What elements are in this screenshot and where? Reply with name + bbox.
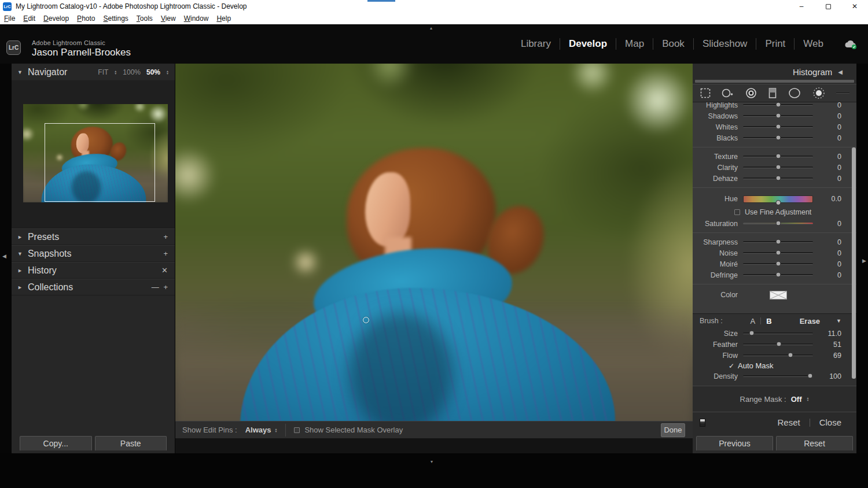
collections-section-header[interactable]: ► Collections — + bbox=[12, 279, 175, 295]
menu-tools[interactable]: Tools bbox=[133, 14, 157, 23]
presets-add-icon[interactable]: + bbox=[163, 232, 169, 241]
blacks-slider-row: Blacks 0 bbox=[693, 132, 856, 143]
density-slider[interactable] bbox=[743, 375, 813, 377]
brush-b-button[interactable]: B bbox=[766, 317, 771, 326]
graduated-filter-tool[interactable] bbox=[767, 87, 778, 99]
crop-overlay-tool[interactable] bbox=[700, 87, 711, 99]
top-panel-reveal-arrow[interactable]: ▴ bbox=[430, 25, 432, 31]
left-panel-reveal-arrow[interactable]: ◀ bbox=[2, 253, 6, 259]
module-book[interactable]: Book bbox=[653, 38, 693, 50]
zoom-fit-caret-icon[interactable]: ▲▼ bbox=[114, 70, 117, 75]
highlights-slider[interactable] bbox=[743, 104, 813, 106]
defringe-slider[interactable] bbox=[743, 274, 813, 276]
menu-settings[interactable]: Settings bbox=[99, 14, 132, 23]
shadows-slider[interactable] bbox=[743, 115, 813, 117]
panel-switch-icon[interactable] bbox=[700, 419, 705, 427]
toolbar-separator bbox=[285, 424, 286, 437]
defringe-value: 0 bbox=[818, 271, 841, 279]
mask-overlay-checkbox[interactable] bbox=[294, 427, 300, 433]
menu-edit[interactable]: Edit bbox=[19, 14, 39, 23]
brush-a-button[interactable]: A bbox=[751, 317, 756, 326]
blacks-value: 0 bbox=[818, 134, 841, 142]
dehaze-slider[interactable] bbox=[743, 178, 813, 179]
done-button[interactable]: Done bbox=[661, 423, 685, 437]
texture-slider[interactable] bbox=[743, 156, 813, 157]
panel-scrollbar[interactable] bbox=[852, 147, 856, 379]
color-swatch[interactable] bbox=[770, 291, 787, 300]
history-clear-icon[interactable]: ✕ bbox=[161, 266, 169, 275]
right-panel-reveal-arrow[interactable]: ▶ bbox=[862, 258, 866, 264]
whites-slider[interactable] bbox=[743, 126, 813, 128]
module-web[interactable]: Web bbox=[795, 38, 832, 50]
navigator-view-rectangle[interactable] bbox=[45, 123, 155, 202]
maximize-button[interactable] bbox=[815, 0, 841, 13]
module-map[interactable]: Map bbox=[616, 38, 653, 50]
radial-filter-tool[interactable] bbox=[788, 87, 801, 99]
reset-button[interactable]: Reset bbox=[776, 436, 853, 451]
history-section-header[interactable]: ► History ✕ bbox=[12, 262, 175, 279]
auto-mask-checkmark-icon[interactable]: ✓ bbox=[729, 362, 734, 370]
saturation-slider[interactable] bbox=[743, 223, 813, 224]
zoom-100-option[interactable]: 100% bbox=[123, 68, 141, 76]
brush-size-slider[interactable] bbox=[836, 93, 849, 94]
brush-erase-button[interactable]: Erase bbox=[800, 317, 820, 326]
histogram-collapse-icon[interactable]: ◀ bbox=[838, 69, 843, 75]
moire-slider[interactable] bbox=[743, 263, 813, 265]
red-eye-tool[interactable] bbox=[745, 87, 757, 99]
menu-help[interactable]: Help bbox=[212, 14, 235, 23]
noise-slider[interactable] bbox=[743, 252, 813, 254]
main-photo[interactable] bbox=[175, 64, 693, 429]
zoom-fit-option[interactable]: FIT bbox=[98, 68, 108, 76]
histogram-header[interactable]: Histogram ◀ bbox=[693, 64, 856, 80]
hue-slider[interactable] bbox=[743, 195, 813, 203]
menu-develop[interactable]: Develop bbox=[39, 14, 73, 23]
minimize-button[interactable]: – bbox=[788, 0, 815, 13]
auto-mask-label[interactable]: Auto Mask bbox=[738, 361, 773, 370]
menu-file[interactable]: File bbox=[0, 14, 19, 23]
tool-reset-link[interactable]: Reset bbox=[777, 417, 800, 427]
brush-collapse-icon[interactable]: ▼ bbox=[836, 318, 841, 324]
edit-pins-caret-icon[interactable]: ▲▼ bbox=[274, 428, 277, 432]
collections-minus-plus-icons[interactable]: — + bbox=[152, 283, 169, 291]
menu-photo[interactable]: Photo bbox=[73, 14, 99, 23]
blacks-slider[interactable] bbox=[743, 137, 813, 139]
flow-slider[interactable] bbox=[743, 354, 813, 356]
module-library[interactable]: Library bbox=[512, 38, 560, 50]
cloud-sync-icon[interactable] bbox=[844, 39, 858, 50]
zoom-caret-icon[interactable]: ▲▼ bbox=[166, 70, 169, 75]
hue-thumb[interactable] bbox=[775, 200, 781, 205]
show-edit-pins-label: Show Edit Pins : bbox=[182, 426, 237, 434]
zoom-50-option[interactable]: 50% bbox=[146, 68, 160, 76]
range-mask-caret-icon[interactable]: ▲▼ bbox=[807, 397, 810, 401]
navigator-header[interactable]: ▼ Navigator FIT ▲▼ 100% 50% ▲▼ bbox=[12, 64, 175, 81]
fine-adjustment-checkbox[interactable] bbox=[734, 209, 740, 215]
module-develop[interactable]: Develop bbox=[560, 38, 616, 50]
spot-removal-tool[interactable] bbox=[721, 87, 735, 99]
menu-view[interactable]: View bbox=[157, 14, 180, 23]
close-button[interactable]: ✕ bbox=[841, 0, 868, 13]
module-print[interactable]: Print bbox=[756, 38, 794, 50]
bottom-panel-reveal-arrow[interactable]: ▾ bbox=[431, 459, 433, 464]
size-slider[interactable] bbox=[743, 332, 813, 334]
paste-button[interactable]: Paste bbox=[95, 436, 167, 451]
tool-close-link[interactable]: Close bbox=[819, 417, 841, 427]
collapse-triangle-icon: ▼ bbox=[17, 251, 23, 257]
presets-section-header[interactable]: ► Presets + bbox=[12, 228, 175, 245]
menu-window[interactable]: Window bbox=[180, 14, 213, 23]
previous-button[interactable]: Previous bbox=[696, 436, 773, 451]
snapshots-section-header[interactable]: ▼ Snapshots + bbox=[12, 245, 175, 262]
size-value: 11.0 bbox=[818, 330, 841, 338]
copy-button[interactable]: Copy... bbox=[20, 436, 92, 451]
range-mask-value[interactable]: Off bbox=[791, 395, 802, 404]
adjustment-brush-tool[interactable] bbox=[811, 86, 826, 100]
clarity-slider[interactable] bbox=[743, 167, 813, 168]
snapshots-add-icon[interactable]: + bbox=[163, 249, 169, 258]
show-edit-pins-value[interactable]: Always bbox=[245, 426, 271, 434]
module-slideshow[interactable]: Slideshow bbox=[694, 38, 756, 50]
navigator-thumbnail[interactable] bbox=[23, 104, 168, 202]
brush-cursor[interactable] bbox=[363, 317, 369, 323]
sharpness-slider[interactable] bbox=[743, 241, 813, 243]
feather-slider[interactable] bbox=[743, 343, 813, 345]
develop-canvas[interactable] bbox=[175, 64, 693, 453]
subject-face bbox=[365, 172, 410, 246]
